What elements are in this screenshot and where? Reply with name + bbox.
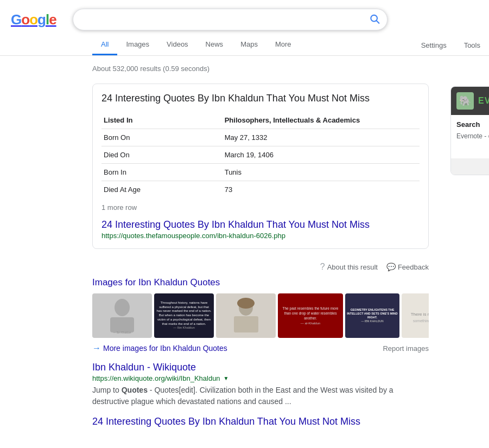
svg-rect-3	[110, 317, 134, 332]
logo-g: G	[11, 11, 21, 28]
table-cell-label: Born In	[101, 164, 223, 181]
table-cell-value: 73	[223, 181, 420, 199]
search-input[interactable]: Ibn Khaldun Quotes	[73, 9, 388, 30]
knowledge-card-url: https://quotes.thefamouspeople.com/ibn-k…	[101, 232, 420, 240]
url-dropdown-arrow[interactable]: ▼	[224, 375, 229, 381]
image-thumb-1[interactable]: — Ibn Khaldun	[92, 293, 152, 338]
results-count: About 532,000 results (0.59 seconds)	[92, 65, 429, 73]
knowledge-card-title: 24 Interesting Quotes By Ibn Khaldun Tha…	[101, 93, 420, 104]
sidebar: 🐘 EVERN Search Evernote - capture, share…	[429, 65, 489, 432]
tools-link[interactable]: Tools	[455, 36, 489, 55]
about-result-label: About this result	[327, 263, 378, 271]
table-row: Born OnMay 27, 1332	[101, 129, 420, 146]
tab-maps[interactable]: Maps	[232, 35, 266, 55]
ad-search-label: Search	[456, 120, 489, 129]
result-wikiquote: Ibn Khaldun - Wikiquote https://en.wikiq…	[92, 362, 429, 407]
svg-rect-6	[234, 316, 258, 332]
question-icon: ?	[320, 262, 325, 272]
results-area: About 532,000 results (0.59 seconds) 24 …	[0, 65, 489, 432]
main-results: About 532,000 results (0.59 seconds) 24 …	[92, 65, 429, 432]
arrow-right-icon: →	[92, 343, 101, 353]
result-second: 24 Interesting Quotes By Ibn Khaldun Tha…	[92, 416, 429, 427]
ad-desc: Evernote - capture, share...	[456, 132, 489, 141]
ad-logo-icon: 🐘	[456, 92, 474, 110]
tab-images[interactable]: Images	[117, 35, 158, 55]
logo-o2: o	[29, 11, 37, 28]
snippet-bold: Quotes	[122, 386, 148, 394]
feedback-button[interactable]: 💬 Feedback	[386, 263, 429, 271]
about-this-result[interactable]: ? About this result	[320, 262, 378, 272]
tab-all[interactable]: All	[92, 35, 117, 55]
ad-card: 🐘 EVERN Search Evernote - capture, share…	[450, 86, 489, 175]
svg-text:There is no...: There is no...	[411, 312, 429, 317]
image-thumb-5[interactable]: GEOMETRY ENLIGHTENS THE INTELLECT AND SE…	[345, 293, 399, 338]
svg-text:— Ibn Khaldun: — Ibn Khaldun	[113, 331, 131, 334]
snippet-prefix: Jump to	[92, 386, 122, 394]
images-section: Images for Ibn Khaldun Quotes — Ibn Khal…	[92, 277, 429, 353]
table-row: Died OnMarch 19, 1406	[101, 146, 420, 164]
logo-g2: g	[37, 11, 46, 28]
ad-header: 🐘 EVERN	[451, 87, 489, 115]
table-header-listed-in: Listed In	[101, 112, 223, 129]
images-heading[interactable]: Images for Ibn Khaldun Quotes	[92, 277, 429, 288]
knowledge-card: 24 Interesting Quotes By Ibn Khaldun Tha…	[92, 84, 429, 249]
google-logo[interactable]: Google	[11, 11, 62, 28]
feedback-label: Feedback	[398, 263, 429, 271]
knowledge-table: Listed In Philosophers, Intellectuals & …	[101, 112, 420, 198]
table-cell-label: Died On	[101, 146, 223, 164]
about-result-row: ? About this result 💬 Feedback	[92, 258, 429, 272]
table-row: Died At Age73	[101, 181, 420, 199]
image-thumb-6[interactable]: There is no... something...	[402, 293, 429, 338]
more-images-row: → More images for Ibn Khaldun Quotes Rep…	[92, 343, 429, 353]
report-images-link[interactable]: Report images	[383, 344, 429, 353]
wikiquote-title-link[interactable]: Ibn Khaldun - Wikiquote	[92, 362, 196, 373]
search-icon[interactable]	[369, 14, 380, 26]
wikiquote-snippet: Jump to Quotes - Quotes[edit]. Civilizat…	[92, 385, 429, 407]
header: Google Ibn Khaldun Quotes	[0, 0, 489, 30]
svg-point-2	[115, 299, 130, 316]
settings-link[interactable]: Settings	[412, 36, 455, 55]
wikiquote-url: https://en.wikiquote.org/wiki/Ibn_Khaldu…	[92, 374, 220, 382]
second-result-title-link[interactable]: 24 Interesting Quotes By Ibn Khaldun Tha…	[92, 416, 360, 427]
logo-e: e	[49, 11, 56, 28]
evernote-elephant-icon: 🐘	[459, 95, 471, 107]
more-images-link[interactable]: → More images for Ibn Khaldun Quotes	[92, 343, 227, 353]
more-rows-link[interactable]: 1 more row	[101, 203, 420, 212]
table-cell-label: Born On	[101, 129, 223, 146]
knowledge-card-result-link[interactable]: 24 Interesting Quotes By Ibn Khaldun Tha…	[101, 219, 420, 231]
image-thumb-4[interactable]: The past resembles the future more than …	[278, 293, 343, 338]
logo-o1: o	[21, 11, 29, 28]
ad-brand-name: EVERN	[478, 96, 489, 106]
feedback-icon: 💬	[386, 263, 396, 271]
svg-text:something...: something...	[413, 319, 429, 323]
images-grid: — Ibn Khaldun Throughout history, nation…	[92, 293, 429, 338]
tab-news[interactable]: News	[197, 35, 232, 55]
table-header-category: Philosophers, Intellectuals & Academics	[223, 112, 420, 129]
nav-tabs: All Images Videos News Maps More Setting…	[0, 30, 489, 56]
image-thumb-3[interactable]	[216, 293, 276, 338]
search-bar-container: Ibn Khaldun Quotes	[73, 9, 388, 30]
svg-point-7	[237, 298, 255, 309]
more-images-label: More images for Ibn Khaldun Quotes	[103, 344, 227, 353]
table-cell-value: March 19, 1406	[223, 146, 420, 164]
svg-line-1	[376, 21, 379, 23]
table-cell-value: Tunis	[223, 164, 420, 181]
tab-videos[interactable]: Videos	[158, 35, 197, 55]
image-thumb-2[interactable]: Throughout history, nations have suffere…	[154, 293, 214, 338]
table-row: Born InTunis	[101, 164, 420, 181]
tab-more[interactable]: More	[266, 35, 300, 55]
ad-footer	[451, 158, 489, 175]
ad-body: Search Evernote - capture, share...	[451, 115, 489, 158]
table-cell-label: Died At Age	[101, 181, 223, 199]
table-cell-value: May 27, 1332	[223, 129, 420, 146]
wikiquote-url-row: https://en.wikiquote.org/wiki/Ibn_Khaldu…	[92, 374, 429, 382]
